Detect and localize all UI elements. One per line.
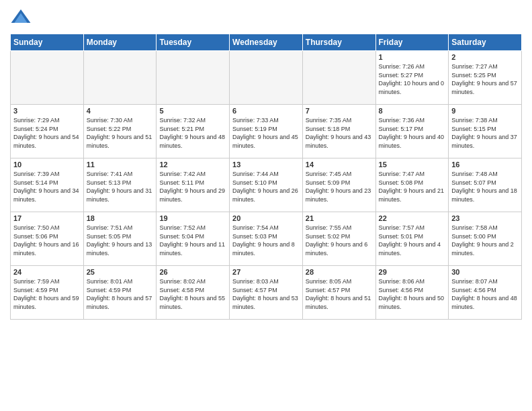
- calendar-day-cell: 20Sunrise: 7:54 AMSunset: 5:03 PMDayligh…: [230, 212, 303, 266]
- day-number: 15: [379, 161, 446, 169]
- day-number: 17: [13, 214, 81, 222]
- weekday-header: Wednesday: [230, 34, 303, 51]
- calendar-day-cell: 17Sunrise: 7:50 AMSunset: 5:06 PMDayligh…: [11, 212, 84, 266]
- day-info: Sunrise: 7:48 AMSunset: 5:07 PMDaylight:…: [451, 170, 519, 203]
- day-info: Sunrise: 8:07 AMSunset: 4:56 PMDaylight:…: [451, 277, 519, 311]
- day-number: 10: [13, 161, 81, 169]
- calendar-day-cell: 19Sunrise: 7:52 AMSunset: 5:04 PMDayligh…: [157, 212, 230, 266]
- calendar-header-row: SundayMondayTuesdayWednesdayThursdayFrid…: [11, 34, 522, 51]
- day-number: 13: [232, 161, 300, 169]
- calendar-day-cell: 5Sunrise: 7:32 AMSunset: 5:21 PMDaylight…: [157, 105, 230, 158]
- day-info: Sunrise: 7:26 AMSunset: 5:27 PMDaylight:…: [379, 62, 446, 96]
- calendar-day-cell: 8Sunrise: 7:36 AMSunset: 5:17 PMDaylight…: [375, 105, 449, 158]
- day-number: 8: [379, 107, 446, 115]
- day-info: Sunrise: 8:05 AMSunset: 4:57 PMDaylight:…: [306, 277, 373, 311]
- day-number: 25: [87, 268, 154, 276]
- calendar-day-cell: 7Sunrise: 7:35 AMSunset: 5:18 PMDaylight…: [302, 105, 375, 158]
- day-info: Sunrise: 7:33 AMSunset: 5:19 PMDaylight:…: [232, 116, 300, 150]
- day-info: Sunrise: 7:50 AMSunset: 5:06 PMDaylight:…: [13, 224, 81, 257]
- calendar-day-cell: 4Sunrise: 7:30 AMSunset: 5:22 PMDaylight…: [83, 105, 157, 158]
- day-number: 16: [451, 161, 519, 169]
- weekday-header: Sunday: [11, 34, 84, 51]
- day-info: Sunrise: 7:27 AMSunset: 5:25 PMDaylight:…: [451, 62, 519, 96]
- day-number: 5: [159, 107, 226, 115]
- logo-icon: [10, 7, 32, 28]
- weekday-header: Monday: [83, 34, 157, 51]
- calendar-week-row: 3Sunrise: 7:29 AMSunset: 5:24 PMDaylight…: [11, 105, 522, 158]
- weekday-header: Saturday: [449, 34, 522, 51]
- weekday-header: Thursday: [302, 34, 375, 51]
- day-number: 6: [232, 107, 300, 115]
- day-number: 24: [13, 268, 81, 276]
- calendar-day-cell: 16Sunrise: 7:48 AMSunset: 5:07 PMDayligh…: [449, 158, 522, 212]
- day-number: 21: [306, 214, 373, 222]
- header: [10, 7, 522, 28]
- calendar-day-cell: 9Sunrise: 7:38 AMSunset: 5:15 PMDaylight…: [449, 105, 522, 158]
- calendar-day-cell: 29Sunrise: 8:06 AMSunset: 4:56 PMDayligh…: [375, 266, 449, 320]
- day-info: Sunrise: 8:02 AMSunset: 4:58 PMDaylight:…: [159, 277, 226, 311]
- calendar-day-cell: 21Sunrise: 7:55 AMSunset: 5:02 PMDayligh…: [302, 212, 375, 266]
- calendar-day-cell: 23Sunrise: 7:58 AMSunset: 5:00 PMDayligh…: [449, 212, 522, 266]
- calendar-week-row: 10Sunrise: 7:39 AMSunset: 5:14 PMDayligh…: [11, 158, 522, 212]
- day-info: Sunrise: 7:35 AMSunset: 5:18 PMDaylight:…: [306, 116, 373, 150]
- day-info: Sunrise: 8:03 AMSunset: 4:57 PMDaylight:…: [232, 277, 300, 311]
- day-number: 2: [451, 53, 519, 61]
- day-info: Sunrise: 7:54 AMSunset: 5:03 PMDaylight:…: [232, 224, 300, 257]
- day-number: 14: [306, 161, 373, 169]
- day-info: Sunrise: 7:47 AMSunset: 5:08 PMDaylight:…: [379, 170, 446, 203]
- day-info: Sunrise: 7:59 AMSunset: 4:59 PMDaylight:…: [13, 277, 81, 311]
- day-number: 23: [451, 214, 519, 222]
- day-number: 4: [87, 107, 154, 115]
- day-info: Sunrise: 7:45 AMSunset: 5:09 PMDaylight:…: [306, 170, 373, 203]
- calendar-day-cell: [11, 51, 84, 105]
- logo: [10, 7, 34, 28]
- calendar-day-cell: 3Sunrise: 7:29 AMSunset: 5:24 PMDaylight…: [11, 105, 84, 158]
- day-number: 1: [379, 53, 446, 61]
- calendar-day-cell: [230, 51, 303, 105]
- calendar-day-cell: 24Sunrise: 7:59 AMSunset: 4:59 PMDayligh…: [11, 266, 84, 320]
- day-number: 18: [87, 214, 154, 222]
- calendar-day-cell: 30Sunrise: 8:07 AMSunset: 4:56 PMDayligh…: [449, 266, 522, 320]
- calendar-day-cell: 18Sunrise: 7:51 AMSunset: 5:05 PMDayligh…: [83, 212, 157, 266]
- day-number: 26: [159, 268, 226, 276]
- calendar-day-cell: 26Sunrise: 8:02 AMSunset: 4:58 PMDayligh…: [157, 266, 230, 320]
- day-info: Sunrise: 7:42 AMSunset: 5:11 PMDaylight:…: [159, 170, 226, 203]
- day-number: 22: [379, 214, 446, 222]
- calendar-day-cell: [157, 51, 230, 105]
- page: SundayMondayTuesdayWednesdayThursdayFrid…: [0, 0, 532, 411]
- day-info: Sunrise: 7:38 AMSunset: 5:15 PMDaylight:…: [451, 116, 519, 150]
- calendar-day-cell: [302, 51, 375, 105]
- calendar-day-cell: 28Sunrise: 8:05 AMSunset: 4:57 PMDayligh…: [302, 266, 375, 320]
- calendar-day-cell: 15Sunrise: 7:47 AMSunset: 5:08 PMDayligh…: [375, 158, 449, 212]
- day-info: Sunrise: 7:41 AMSunset: 5:13 PMDaylight:…: [87, 170, 154, 203]
- day-info: Sunrise: 7:30 AMSunset: 5:22 PMDaylight:…: [87, 116, 154, 150]
- day-info: Sunrise: 8:06 AMSunset: 4:56 PMDaylight:…: [379, 277, 446, 311]
- calendar-day-cell: 27Sunrise: 8:03 AMSunset: 4:57 PMDayligh…: [230, 266, 303, 320]
- day-number: 12: [159, 161, 226, 169]
- calendar-day-cell: [83, 51, 157, 105]
- day-number: 30: [451, 268, 519, 276]
- calendar-day-cell: 13Sunrise: 7:44 AMSunset: 5:10 PMDayligh…: [230, 158, 303, 212]
- day-number: 7: [306, 107, 373, 115]
- day-info: Sunrise: 8:01 AMSunset: 4:59 PMDaylight:…: [87, 277, 154, 311]
- day-info: Sunrise: 7:29 AMSunset: 5:24 PMDaylight:…: [13, 116, 81, 150]
- day-info: Sunrise: 7:57 AMSunset: 5:01 PMDaylight:…: [379, 224, 446, 257]
- calendar-day-cell: 10Sunrise: 7:39 AMSunset: 5:14 PMDayligh…: [11, 158, 84, 212]
- calendar-week-row: 1Sunrise: 7:26 AMSunset: 5:27 PMDaylight…: [11, 51, 522, 105]
- calendar-day-cell: 1Sunrise: 7:26 AMSunset: 5:27 PMDaylight…: [375, 51, 449, 105]
- weekday-header: Tuesday: [157, 34, 230, 51]
- calendar: SundayMondayTuesdayWednesdayThursdayFrid…: [10, 34, 522, 320]
- calendar-day-cell: 2Sunrise: 7:27 AMSunset: 5:25 PMDaylight…: [449, 51, 522, 105]
- day-number: 11: [87, 161, 154, 169]
- day-number: 28: [306, 268, 373, 276]
- calendar-day-cell: 14Sunrise: 7:45 AMSunset: 5:09 PMDayligh…: [302, 158, 375, 212]
- day-number: 27: [232, 268, 300, 276]
- calendar-day-cell: 6Sunrise: 7:33 AMSunset: 5:19 PMDaylight…: [230, 105, 303, 158]
- day-number: 29: [379, 268, 446, 276]
- calendar-day-cell: 22Sunrise: 7:57 AMSunset: 5:01 PMDayligh…: [375, 212, 449, 266]
- day-info: Sunrise: 7:58 AMSunset: 5:00 PMDaylight:…: [451, 224, 519, 257]
- day-info: Sunrise: 7:55 AMSunset: 5:02 PMDaylight:…: [306, 224, 373, 257]
- day-info: Sunrise: 7:39 AMSunset: 5:14 PMDaylight:…: [13, 170, 81, 203]
- day-info: Sunrise: 7:52 AMSunset: 5:04 PMDaylight:…: [159, 224, 226, 257]
- calendar-day-cell: 12Sunrise: 7:42 AMSunset: 5:11 PMDayligh…: [157, 158, 230, 212]
